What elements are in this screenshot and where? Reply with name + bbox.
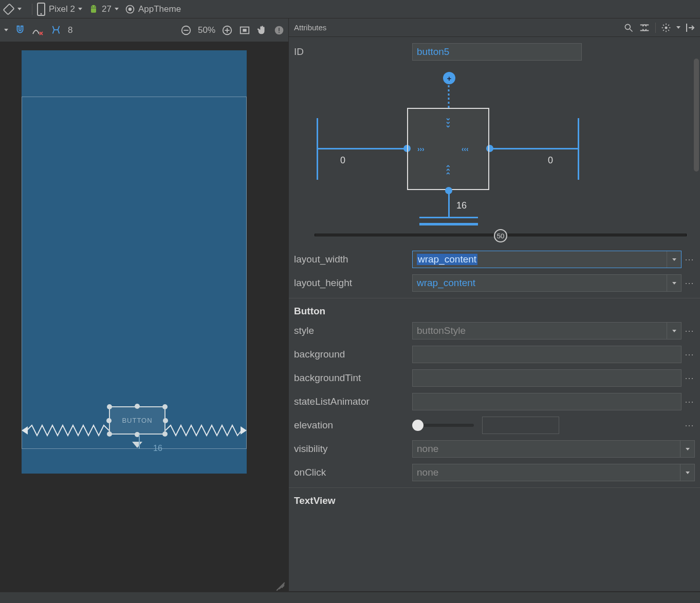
svg-line-18 bbox=[630, 29, 633, 31]
panel-title: Attributes bbox=[294, 23, 623, 32]
section-button: Button bbox=[294, 306, 695, 317]
device-toolbar: Pixel 2 27 AppTheme bbox=[0, 0, 700, 18]
default-margin[interactable]: 8 bbox=[68, 25, 72, 35]
statelistanimator-label: stateListAnimator bbox=[294, 396, 412, 407]
background-label: background bbox=[294, 349, 412, 360]
chevron-down-icon[interactable] bbox=[667, 251, 681, 268]
svg-point-4 bbox=[95, 6, 96, 7]
style-label: style bbox=[294, 325, 412, 336]
more-icon[interactable]: ⋯ bbox=[685, 325, 695, 336]
more-icon[interactable]: ⋯ bbox=[685, 349, 695, 360]
svg-point-6 bbox=[128, 7, 132, 11]
chevron-down-icon[interactable] bbox=[115, 8, 119, 10]
layout-height-label: layout_height bbox=[294, 277, 412, 289]
viewport-outline bbox=[22, 97, 247, 449]
layout-width-label: layout_width bbox=[294, 254, 412, 265]
api-picker[interactable]: 27 bbox=[88, 4, 119, 14]
arrow-left-icon bbox=[22, 426, 28, 435]
elevation-slider[interactable] bbox=[412, 424, 474, 427]
api-level: 27 bbox=[102, 4, 112, 14]
gear-icon[interactable] bbox=[661, 23, 671, 33]
svg-rect-16 bbox=[279, 32, 280, 33]
background-field[interactable] bbox=[412, 346, 681, 363]
onclick-label: onClick bbox=[294, 467, 412, 478]
zoom-level: 50% bbox=[198, 25, 215, 35]
section-textview: TextView bbox=[294, 495, 695, 506]
design-canvas[interactable]: BUTTON 16 bbox=[0, 42, 288, 591]
add-top-constraint-icon[interactable]: + bbox=[443, 72, 455, 84]
clear-constraints-icon[interactable] bbox=[32, 25, 44, 36]
chevron-down-icon[interactable] bbox=[17, 8, 22, 10]
backgroundtint-field[interactable] bbox=[412, 369, 681, 387]
margin-bottom-value: 16 bbox=[456, 200, 467, 211]
device-frame: BUTTON 16 bbox=[22, 50, 247, 474]
theme-icon bbox=[125, 4, 135, 14]
theme-name: AppTheme bbox=[138, 4, 181, 14]
chevron-down-icon[interactable] bbox=[676, 26, 680, 29]
svg-rect-13 bbox=[243, 29, 246, 32]
chevron-down-icon[interactable] bbox=[680, 464, 694, 481]
backgroundtint-label: backgroundTint bbox=[294, 372, 412, 384]
style-field[interactable]: buttonStyle bbox=[412, 322, 681, 340]
theme-picker[interactable]: AppTheme bbox=[125, 4, 181, 14]
warnings-icon[interactable] bbox=[274, 25, 284, 35]
svg-point-19 bbox=[665, 26, 668, 29]
orientation-icon[interactable] bbox=[3, 4, 14, 15]
layout-height-field[interactable]: wrap_content bbox=[412, 274, 681, 292]
visibility-field[interactable]: none bbox=[412, 440, 695, 458]
chevron-down-icon[interactable] bbox=[667, 275, 681, 291]
more-icon[interactable]: ⋯ bbox=[685, 254, 695, 265]
visibility-label: visibility bbox=[294, 443, 412, 455]
margin-bottom-label: 16 bbox=[153, 444, 162, 453]
chevron-down-icon[interactable] bbox=[667, 323, 681, 339]
design-toolbar: 8 50% bbox=[0, 18, 288, 42]
device-name: Pixel 2 bbox=[49, 4, 75, 14]
layout-width-field[interactable]: wrap_content bbox=[412, 251, 681, 268]
svg-point-17 bbox=[625, 24, 630, 29]
magnet-icon[interactable] bbox=[14, 25, 26, 36]
fit-screen-icon[interactable] bbox=[239, 25, 250, 36]
margin-left-value: 0 bbox=[340, 155, 345, 166]
more-icon[interactable]: ⋯ bbox=[685, 420, 695, 431]
elevation-label: elevation bbox=[294, 420, 412, 431]
elevation-field[interactable] bbox=[482, 417, 559, 434]
statelistanimator-field[interactable] bbox=[412, 393, 681, 410]
android-icon bbox=[88, 4, 99, 14]
svg-point-2 bbox=[41, 13, 42, 14]
zoom-in-icon[interactable] bbox=[222, 25, 233, 36]
zoom-out-icon[interactable] bbox=[180, 25, 192, 36]
more-icon[interactable]: ⋯ bbox=[685, 396, 695, 407]
more-icon[interactable]: ⋯ bbox=[685, 277, 695, 289]
chevron-down-icon[interactable] bbox=[680, 441, 694, 457]
collapse-icon[interactable] bbox=[686, 23, 695, 33]
resize-grip-icon[interactable] bbox=[273, 576, 286, 589]
more-icon[interactable]: ⋯ bbox=[685, 372, 695, 384]
onclick-field[interactable]: none bbox=[412, 464, 695, 481]
arrow-right-icon bbox=[241, 426, 247, 435]
search-icon[interactable] bbox=[623, 23, 634, 33]
device-picker[interactable]: Pixel 2 bbox=[36, 3, 82, 16]
selected-button[interactable]: BUTTON bbox=[109, 406, 165, 435]
chevron-down-icon[interactable] bbox=[78, 8, 82, 10]
button-label: BUTTON bbox=[122, 417, 152, 424]
infer-constraints-icon[interactable] bbox=[50, 25, 62, 36]
constraint-diagram[interactable]: + 0 0 › › › ‹ ‹ ‹ ⌄⌄⌄ ⌃⌃⌃ bbox=[294, 67, 695, 226]
svg-rect-0 bbox=[4, 4, 14, 14]
id-field[interactable]: button5 bbox=[412, 43, 582, 61]
bias-slider[interactable]: 50 bbox=[315, 229, 687, 240]
id-label: ID bbox=[294, 46, 412, 58]
status-bar bbox=[0, 592, 700, 603]
toggle-view-icon[interactable] bbox=[639, 23, 650, 32]
svg-point-3 bbox=[92, 6, 93, 7]
pan-icon[interactable] bbox=[256, 25, 268, 36]
margin-right-value: 0 bbox=[548, 155, 553, 166]
phone-icon bbox=[36, 3, 46, 16]
svg-rect-15 bbox=[279, 28, 280, 31]
arrow-down-icon bbox=[132, 442, 142, 448]
chevron-down-icon[interactable] bbox=[4, 29, 8, 31]
